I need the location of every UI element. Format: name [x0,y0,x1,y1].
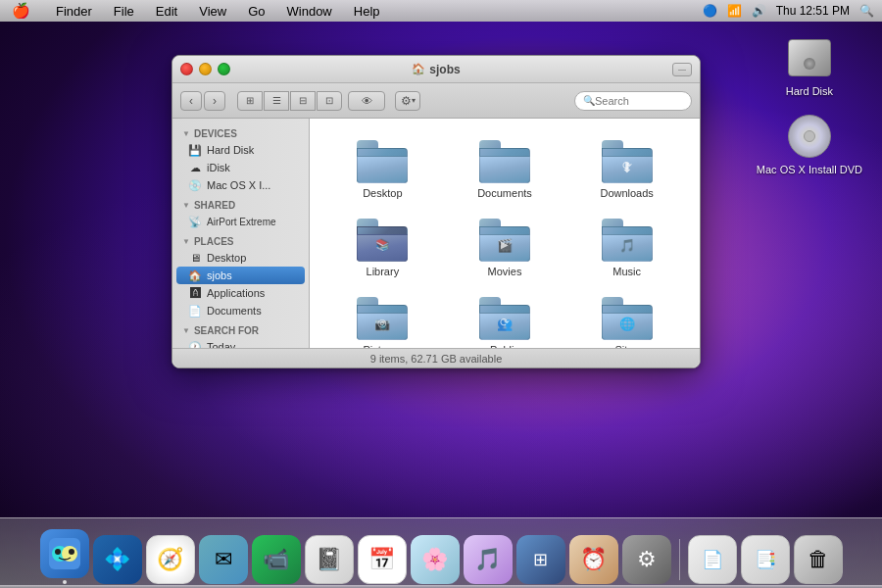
dock-item-mail[interactable]: ✉ [199,535,248,584]
svg-point-4 [69,549,74,555]
movies-folder-label: Movies [488,266,522,277]
file-item-movies[interactable]: 🎬 Movies [448,213,563,283]
sidebar-item-desktop[interactable]: 🖥 Desktop [172,249,309,267]
dock-item-ical[interactable]: 📅 [358,535,407,584]
file-item-documents[interactable]: Documents [448,134,563,205]
window-body: ▼ DEVICES 💾 Hard Disk ☁ iDisk 💿 Mac OS X… [172,119,700,348]
dock-item-facetime[interactable]: 📹 [252,535,301,584]
triangle-icon: ▼ [182,129,190,138]
music-folder-label: Music [612,266,641,277]
sidebar-section-search: ▼ SEARCH FOR [172,319,309,338]
downloads-folder-label: Downloads [600,187,653,199]
triangle-icon-places: ▼ [182,237,190,246]
desktop-icon-hard-disk[interactable]: Hard Disk [786,34,833,97]
file-item-music[interactable]: 🎵 Music [569,213,684,283]
chevron-down-icon: ▾ [412,96,416,105]
dock-item-expose[interactable]: ⊞ [516,535,565,584]
triangle-icon-search: ▼ [182,326,190,335]
file-item-desktop[interactable]: Desktop [325,134,440,205]
go-menu[interactable]: Go [244,4,269,19]
edit-menu[interactable]: Edit [152,4,181,19]
idisk-icon: ☁ [188,161,202,174]
file-item-sites[interactable]: 🌐 Sites [569,291,684,348]
finder-menu[interactable]: Finder [52,4,96,19]
finder-window: 🏠 sjobs — ‹ › ⊞ ☰ ⊟ ⊡ 👁 ⚙ ▾ 🔍 [172,55,701,368]
search-input[interactable] [595,95,673,107]
desktop-folder-icon [357,140,408,183]
file-menu[interactable]: File [110,4,138,19]
svg-point-3 [55,549,61,555]
file-item-pictures[interactable]: 📷 Pictures [325,291,440,348]
gear-icon: ⚙ [401,94,412,108]
sidebar-item-sjobs[interactable]: 🏠 sjobs [176,267,305,284]
sjobs-icon: 🏠 [188,269,202,282]
maximize-button[interactable] [218,63,230,75]
view-menu[interactable]: View [195,4,230,19]
sidebar-item-hard-disk[interactable]: 💾 Hard Disk [172,141,309,159]
minimize-button[interactable] [199,63,212,75]
dock-item-address-book[interactable]: 📓 [305,535,354,584]
dock-item-trash[interactable]: 🗑 [794,535,843,584]
spotlight-icon[interactable]: 🔍 [859,4,874,18]
folder-front: 🎬 [479,234,530,262]
folder-front: 📷 [357,313,408,340]
shared-label: SHARED [194,200,235,211]
sidebar-item-documents[interactable]: 📄 Documents [172,302,309,319]
search-for-label: SEARCH FOR [194,325,259,336]
cover-flow-button[interactable]: ⊡ [317,91,342,111]
hard-disk-icon-img [786,34,833,81]
dock-item-pdf2[interactable]: 📑 [741,535,790,584]
dock-item-pdf1[interactable]: 📄 [688,535,737,584]
movies-folder-icon: 🎬 [479,219,530,262]
sys-pref-dock-icon: ⚙ [622,535,671,584]
dock-item-finder[interactable] [40,529,89,584]
sidebar-section-shared: ▼ SHARED [172,194,309,213]
downloads-folder-icon: ⬇ [602,140,653,183]
close-button[interactable] [180,63,193,75]
collapse-icon: — [678,65,686,74]
window-menu[interactable]: Window [283,4,336,19]
desktop-icon-dvd[interactable]: Mac OS X Install DVD [757,113,862,175]
itunes-symbol: 🎵 [474,547,501,572]
folder-front [479,156,530,183]
sidebar-item-applications[interactable]: 🅰 Applications [172,284,309,302]
column-view-button[interactable]: ⊟ [290,91,316,111]
library-icon-symbol: 📚 [375,238,390,252]
dock-item-safari[interactable]: 🧭 [146,535,195,584]
pictures-icon-symbol: 📷 [374,317,390,331]
dvd-label: Mac OS X Install DVD [757,164,862,175]
quick-look-button[interactable]: 👁 [348,91,385,111]
forward-button[interactable]: › [204,91,225,111]
back-button[interactable]: ‹ [180,91,202,111]
airport-label: AirPort Extreme [207,217,276,227]
file-item-library[interactable]: 📚 Library [325,213,440,283]
iphoto-dock-icon: 🌸 [411,535,460,584]
dock-item-time-machine[interactable]: ⏰ [569,535,618,584]
downloads-folder-symbol: ⬇ [621,160,633,175]
action-button[interactable]: ⚙ ▾ [395,91,420,111]
icon-view-button[interactable]: ⊞ [237,91,263,111]
collapse-button[interactable]: — [672,63,692,76]
sjobs-label: sjobs [207,270,232,281]
sidebar-section-places: ▼ PLACES [172,230,309,249]
help-menu[interactable]: Help [350,4,384,19]
folder-front: ⬇ [602,156,653,183]
list-view-button[interactable]: ☰ [264,91,289,111]
apple-menu[interactable]: 🍎 [8,2,34,20]
dock-item-sys-pref[interactable]: ⚙ [622,535,671,584]
sidebar-item-idisk[interactable]: ☁ iDisk [172,159,309,176]
content-area: Desktop Documents ⬇ [310,119,700,348]
file-item-public[interactable]: 👥 Public [448,291,563,348]
dashboard-symbol: 💠 [104,547,130,572]
file-item-downloads[interactable]: ⬇ Downloads [569,134,684,205]
dvd-icon-img [786,113,833,160]
dock-item-dashboard[interactable]: 💠 [93,535,142,584]
sidebar-item-airport[interactable]: 📡 AirPort Extreme [172,213,309,230]
dock-item-itunes[interactable]: 🎵 [464,535,513,584]
wifi-icon: 📶 [727,4,742,18]
dock-item-iphoto[interactable]: 🌸 [411,535,460,584]
clock: Thu 12:51 PM [776,4,850,18]
sidebar-item-today[interactable]: 🕐 Today [172,338,309,348]
sidebar-item-macosx[interactable]: 💿 Mac OS X I... [172,176,309,194]
hard-disk-sidebar-label: Hard Disk [207,144,254,156]
